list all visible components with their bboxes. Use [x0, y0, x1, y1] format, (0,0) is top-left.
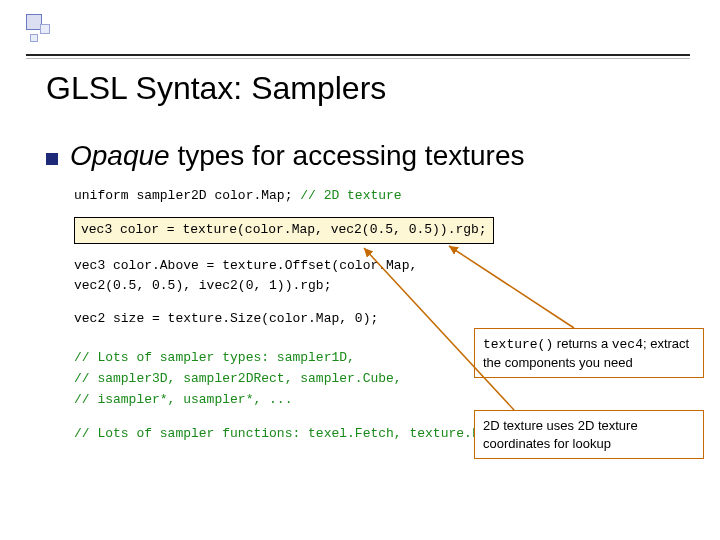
code-line-2a: vec3 color.Above = texture.Offset(color.…	[74, 256, 690, 277]
slide-title: GLSL Syntax: Samplers	[46, 70, 386, 107]
callout-2d-coords: 2D texture uses 2D texture coordinates f…	[474, 410, 704, 459]
code-l1-comment: // 2D texture	[300, 188, 401, 203]
corner-decoration	[26, 14, 66, 54]
code-line-3: vec2 size = texture.Size(color.Map, 0);	[74, 309, 690, 330]
slide-content: Opaque types for accessing textures unif…	[46, 140, 690, 445]
code-line-1: uniform sampler2D color.Map; // 2D textu…	[74, 186, 690, 207]
callout1-mid: returns a	[553, 336, 612, 351]
bullet-text: Opaque types for accessing textures	[70, 140, 524, 172]
bullet-rest: types for accessing textures	[170, 140, 525, 171]
callout1-code2: vec4	[612, 337, 643, 352]
code-line-2b: vec2(0.5, 0.5), ivec2(0, 1)).rgb;	[74, 276, 690, 297]
title-divider	[26, 54, 690, 56]
bullet-icon	[46, 153, 58, 165]
code-highlight-box: vec3 color = texture(color.Map, vec2(0.5…	[74, 217, 494, 244]
code-l1: uniform sampler2D color.Map;	[74, 188, 300, 203]
callout1-code1: texture()	[483, 337, 553, 352]
callout-texture-returns: texture() returns a vec4; extract the co…	[474, 328, 704, 378]
code-comment-4c: // isampler*, usampler*, ...	[74, 390, 690, 411]
bullet-italic: Opaque	[70, 140, 170, 171]
bullet-line: Opaque types for accessing textures	[46, 140, 690, 172]
code-block: uniform sampler2D color.Map; // 2D textu…	[74, 186, 690, 445]
